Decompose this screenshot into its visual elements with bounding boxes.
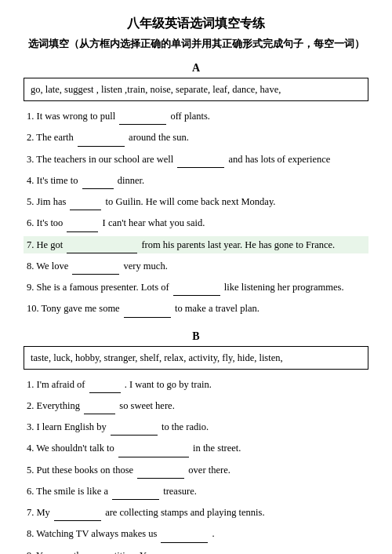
question-number: 9.: [27, 550, 34, 555]
answer-blank: [118, 439, 189, 457]
question-after-text: dinner.: [118, 175, 144, 186]
section-header-b: B: [24, 330, 368, 343]
answer-blank: [112, 483, 159, 500]
question-text: Tony gave me some: [42, 303, 120, 314]
question-text: Jim has: [37, 196, 67, 207]
answer-blank: [173, 279, 220, 296]
question-b-8: 8. Watching TV always makes us .: [24, 525, 368, 542]
question-text: My: [37, 507, 50, 518]
question-a-9: 9. She is a famous presenter. Lots of li…: [24, 279, 368, 296]
question-b-6: 6. The smile is like a treasure.: [24, 483, 368, 500]
section-b: Btaste, luck, hobby, stranger, shelf, re…: [24, 330, 368, 555]
page-title: 八年级英语选词填空专练: [24, 16, 368, 32]
question-after-text: in the street.: [193, 443, 241, 454]
question-number: 6.: [27, 217, 34, 228]
question-after-text: like listening her programmes.: [224, 282, 344, 293]
section-a: Ago, late, suggest , listen ,train, nois…: [24, 62, 368, 318]
answer-blank: [111, 418, 158, 436]
question-text: It's time to: [37, 175, 78, 186]
question-text: She is a famous presenter. Lots of: [37, 282, 169, 293]
question-after-text: to Guilin. He will come back next Monday…: [106, 196, 276, 207]
question-b-7: 7. My are collecting stamps and playing …: [24, 504, 368, 521]
question-text: Everything: [37, 400, 81, 411]
question-number: 7.: [27, 239, 34, 250]
question-after-text: are collecting stamps and playing tennis…: [105, 507, 264, 518]
question-after-text: off plants.: [170, 111, 209, 122]
question-b-5: 5. Put these books on those over there.: [24, 461, 368, 479]
question-after-text: to make a travel plan.: [175, 303, 260, 314]
question-text: The earth: [36, 132, 74, 143]
answer-blank: [177, 151, 224, 168]
question-a-8: 8. We love very much.: [24, 257, 368, 275]
answer-blank: [67, 236, 137, 253]
question-a-2: 2. The earth around the sun.: [24, 129, 368, 146]
answer-blank: [84, 397, 115, 414]
answer-blank: [70, 193, 101, 210]
question-number: 6.: [27, 486, 34, 497]
question-a-3: 3. The teachers in our school are well a…: [24, 151, 368, 168]
question-b-9: 9. You won the competition. You are so .: [24, 547, 368, 555]
question-after-text: from his parents last year. He has gone …: [141, 239, 335, 250]
question-text: He got: [37, 239, 64, 250]
question-text: I'm afraid of: [37, 379, 85, 390]
question-number: 5.: [27, 196, 34, 207]
question-number: 7.: [27, 507, 34, 518]
question-number: 4.: [27, 175, 34, 186]
question-number: 2.: [27, 400, 34, 411]
question-text: I learn English by: [37, 421, 107, 432]
question-a-4: 4. It's time to dinner.: [24, 172, 368, 189]
question-number: 8.: [27, 528, 34, 539]
answer-blank: [185, 547, 232, 555]
answer-blank: [54, 504, 101, 521]
answer-blank: [72, 257, 119, 275]
question-after-text: treasure.: [163, 486, 197, 497]
question-after-text: . I want to go by train.: [125, 379, 212, 390]
question-number: 3.: [27, 154, 34, 165]
question-number: 5.: [27, 465, 34, 476]
question-text: The teachers in our school are well: [36, 154, 173, 165]
question-a-5: 5. Jim has to Guilin. He will come back …: [24, 193, 368, 210]
answer-blank: [137, 461, 184, 479]
answer-blank: [89, 376, 121, 393]
question-number: 10.: [27, 303, 39, 314]
question-b-1: 1. I'm afraid of . I want to go by train…: [24, 376, 368, 393]
question-after-text: very much.: [124, 261, 168, 272]
question-b-2: 2. Everything so sweet here.: [24, 397, 368, 414]
question-text: We love: [36, 261, 68, 272]
question-text: It was wrong to pull: [37, 111, 116, 122]
question-text: We shouldn't talk to: [36, 443, 114, 454]
question-a-1: 1. It was wrong to pull off plants.: [24, 108, 368, 125]
answer-blank: [78, 129, 125, 146]
answer-blank: [161, 525, 208, 542]
answer-blank: [124, 300, 171, 317]
question-after-text: so sweet here.: [119, 400, 174, 411]
question-number: 4.: [27, 443, 34, 454]
question-number: 1.: [27, 379, 34, 390]
section-header-a: A: [24, 62, 368, 75]
question-number: 8.: [27, 261, 34, 272]
subtitle: 选词填空（从方框内选择正确的单词并用其正确形式完成句子，每空一词）: [24, 37, 368, 51]
question-number: 3.: [27, 421, 34, 432]
question-text: Put these books on those: [37, 465, 134, 476]
question-text: The smile is like a: [36, 486, 108, 497]
question-after-text: I can't hear what you said.: [103, 217, 205, 228]
question-a-6: 6. It's too I can't hear what you said.: [24, 214, 368, 231]
question-b-3: 3. I learn English by to the radio.: [24, 418, 368, 436]
answer-blank: [82, 172, 114, 189]
question-after-text: to the radio.: [162, 421, 209, 432]
question-after-text: .: [236, 550, 238, 555]
question-a-10: 10. Tony gave me some to make a travel p…: [24, 300, 368, 317]
question-number: 2.: [27, 132, 34, 143]
word-box-a: go, late, suggest , listen ,train, noise…: [24, 78, 368, 101]
question-number: 9.: [27, 282, 34, 293]
answer-blank: [67, 214, 98, 231]
question-b-4: 4. We shouldn't talk to in the street.: [24, 439, 368, 457]
word-box-b: taste, luck, hobby, stranger, shelf, rel…: [24, 346, 368, 370]
question-after-text: and has lots of experience: [228, 154, 330, 165]
question-after-text: around the sun.: [129, 132, 189, 143]
question-text: It's too: [37, 217, 64, 228]
answer-blank: [119, 108, 166, 125]
question-text: You won the competition. You are so: [36, 550, 181, 555]
question-after-text: .: [212, 528, 215, 539]
question-text: Watching TV always makes us: [36, 528, 157, 539]
